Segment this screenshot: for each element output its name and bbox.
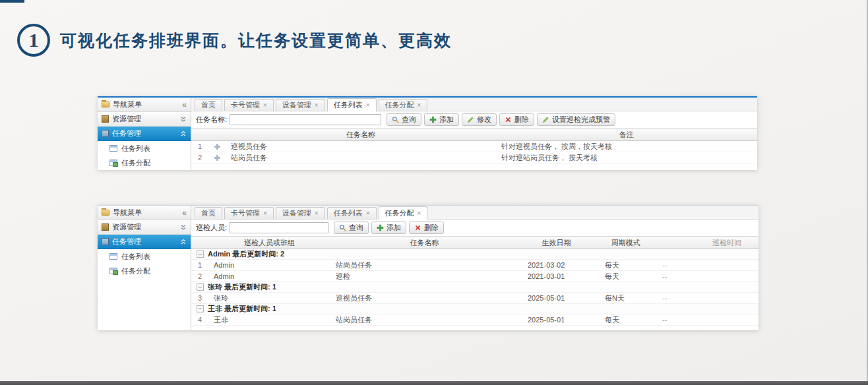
task-name-cell: 站岗员任务 bbox=[226, 153, 496, 163]
table-row[interactable]: 3 张玲 巡视员任务 2025-05-01 每N天 -- bbox=[191, 293, 759, 304]
nav-item-label: 任务分配 bbox=[121, 158, 150, 168]
nav-item-task-list[interactable]: 任务列表 bbox=[98, 141, 191, 156]
nav-group-task[interactable]: 任务管理 bbox=[98, 235, 191, 249]
add-button[interactable]: 添加 bbox=[424, 113, 459, 126]
table-row[interactable]: 2 Admin 巡检 2021-03-01 每天 -- bbox=[191, 271, 759, 282]
time-cell: -- bbox=[657, 272, 759, 280]
set-patrol-alert-button[interactable]: 设置巡检完成预警 bbox=[537, 113, 615, 126]
nav-item-label: 任务列表 bbox=[121, 252, 150, 262]
tab-close-icon[interactable]: × bbox=[418, 210, 421, 217]
task-name-cell: 巡视员任务 bbox=[226, 142, 496, 152]
main-area: 首页 卡号管理× 设备管理× 任务列表× 任务分配× 巡检人员: 查询 添 bbox=[191, 206, 759, 330]
nav-group-task[interactable]: 任务管理 bbox=[98, 127, 191, 141]
tab-close-icon[interactable]: × bbox=[366, 210, 370, 217]
row-handle-icon bbox=[214, 155, 220, 161]
collapse-group-icon[interactable]: − bbox=[197, 251, 204, 258]
resource-icon bbox=[102, 115, 109, 123]
tab-task-assign[interactable]: 任务分配× bbox=[379, 99, 428, 111]
tab-task-assign[interactable]: 任务分配× bbox=[379, 206, 428, 220]
tab-task-list[interactable]: 任务列表× bbox=[327, 98, 377, 111]
screenshot-task-list: 导航菜单 « 资源管理 任务管理 任务列表 bbox=[98, 96, 757, 170]
main-area: 首页 卡号管理× 设备管理× 任务列表× 任务分配× 任务名称: 查询 添 bbox=[191, 98, 757, 170]
date-cell: 2025-05-01 bbox=[518, 316, 594, 324]
top-left-accent-bar bbox=[0, 0, 24, 3]
delete-x-icon bbox=[414, 224, 421, 231]
table-row[interactable]: 1 Admin 站岗员任务 2021-03-02 每天 -- bbox=[191, 260, 759, 271]
search-button[interactable]: 查询 bbox=[334, 222, 369, 234]
tab-close-icon[interactable]: × bbox=[315, 210, 319, 217]
group-header-label: Admin 最后更新时间: 2 bbox=[208, 249, 284, 259]
patrol-person-input[interactable] bbox=[230, 222, 328, 233]
add-icon bbox=[429, 116, 437, 123]
collapse-sidebar-icon[interactable]: « bbox=[182, 209, 187, 217]
task-name-input[interactable] bbox=[230, 114, 381, 125]
delete-button[interactable]: 删除 bbox=[499, 113, 534, 126]
chevron-double-up-icon[interactable] bbox=[180, 239, 187, 245]
table-empty-area bbox=[191, 163, 757, 170]
chevron-double-down-icon[interactable] bbox=[180, 116, 187, 123]
table-header: 任务名称 备注 bbox=[191, 128, 757, 141]
edit-pencil-icon bbox=[467, 116, 474, 123]
nav-group-label: 资源管理 bbox=[112, 222, 177, 232]
search-icon bbox=[339, 224, 346, 231]
delete-button[interactable]: 删除 bbox=[409, 222, 444, 234]
time-cell: -- bbox=[657, 294, 759, 302]
toolbar: 巡检人员: 查询 添加 删除 bbox=[191, 220, 759, 236]
column-patrol-time: 巡检时间 bbox=[657, 238, 759, 248]
collapse-group-icon[interactable]: − bbox=[197, 283, 204, 291]
table-header: 巡检人员或班组 任务名称 生效日期 周期模式 巡检时间 bbox=[191, 236, 759, 249]
table-row[interactable]: 1 巡视员任务 针对巡视员任务， 按周，按天考核 bbox=[191, 141, 757, 152]
tab-close-icon[interactable]: × bbox=[366, 102, 370, 109]
tab-device-manage[interactable]: 设备管理× bbox=[276, 99, 325, 111]
person-cell: 张玲 bbox=[208, 293, 330, 303]
nav-item-task-assign[interactable]: 任务分配 bbox=[98, 156, 191, 170]
time-cell: -- bbox=[657, 316, 759, 324]
task-manage-icon bbox=[102, 238, 109, 245]
page-title: 可视化任务排班界面。让任务设置更简单、更高效 bbox=[60, 30, 452, 51]
group-row-wangfei[interactable]: − 王非 最后更新时间: 1 bbox=[191, 304, 759, 314]
nav-header[interactable]: 导航菜单 « bbox=[98, 206, 191, 220]
collapse-group-icon[interactable]: − bbox=[197, 305, 204, 312]
chevron-double-down-icon[interactable] bbox=[180, 224, 187, 231]
slide-title-row: 1 可视化任务排班界面。让任务设置更简单、更高效 bbox=[17, 24, 452, 57]
search-button[interactable]: 查询 bbox=[387, 113, 421, 126]
step-number: 1 bbox=[29, 29, 39, 51]
chevron-double-up-icon[interactable] bbox=[180, 131, 187, 137]
nav-group-resource[interactable]: 资源管理 bbox=[98, 112, 191, 127]
tab-task-list[interactable]: 任务列表× bbox=[327, 207, 377, 219]
tab-card-manage[interactable]: 卡号管理× bbox=[224, 99, 274, 111]
nav-item-task-list[interactable]: 任务列表 bbox=[98, 249, 191, 264]
tab-home[interactable]: 首页 bbox=[195, 207, 222, 219]
remark-cell: 针对巡视员任务， 按周，按天考核 bbox=[496, 142, 757, 152]
tab-home[interactable]: 首页 bbox=[195, 99, 222, 111]
task-list-icon bbox=[109, 253, 117, 260]
nav-item-task-assign[interactable]: 任务分配 bbox=[98, 264, 191, 278]
nav-header[interactable]: 导航菜单 « bbox=[98, 98, 191, 112]
resource-icon bbox=[102, 223, 109, 231]
table-row[interactable]: 4 王非 站岗员任务 2025-05-01 每天 -- bbox=[191, 314, 759, 326]
date-cell: 2021-03-01 bbox=[518, 272, 594, 280]
group-row-admin[interactable]: − Admin 最后更新时间: 2 bbox=[191, 249, 759, 260]
task-cell: 巡视员任务 bbox=[330, 293, 518, 303]
add-icon bbox=[377, 224, 384, 231]
task-list-icon bbox=[109, 145, 117, 152]
time-cell: -- bbox=[657, 261, 759, 269]
tab-close-icon[interactable]: × bbox=[315, 102, 319, 109]
tab-close-icon[interactable]: × bbox=[263, 102, 267, 109]
group-row-zhangling[interactable]: − 张玲 最后更新时间: 1 bbox=[191, 282, 759, 293]
nav-header-label: 导航菜单 bbox=[113, 208, 179, 218]
column-remark: 备注 bbox=[496, 130, 757, 140]
toolbar: 任务名称: 查询 添加 修改 bbox=[191, 111, 757, 128]
collapse-sidebar-icon[interactable]: « bbox=[182, 101, 187, 109]
nav-group-resource[interactable]: 资源管理 bbox=[98, 220, 191, 235]
tab-card-manage[interactable]: 卡号管理× bbox=[224, 207, 274, 219]
table-row[interactable]: 2 站岗员任务 针对巡站岗员任务， 按天考核 bbox=[191, 152, 757, 163]
add-button[interactable]: 添加 bbox=[371, 222, 406, 234]
tab-close-icon[interactable]: × bbox=[263, 210, 267, 217]
nav-item-label: 任务列表 bbox=[121, 144, 150, 154]
column-cycle-mode: 周期模式 bbox=[594, 238, 657, 248]
tab-close-icon[interactable]: × bbox=[418, 102, 421, 109]
date-cell: 2025-05-01 bbox=[518, 294, 594, 302]
edit-button[interactable]: 修改 bbox=[462, 113, 497, 126]
tab-device-manage[interactable]: 设备管理× bbox=[276, 207, 325, 219]
